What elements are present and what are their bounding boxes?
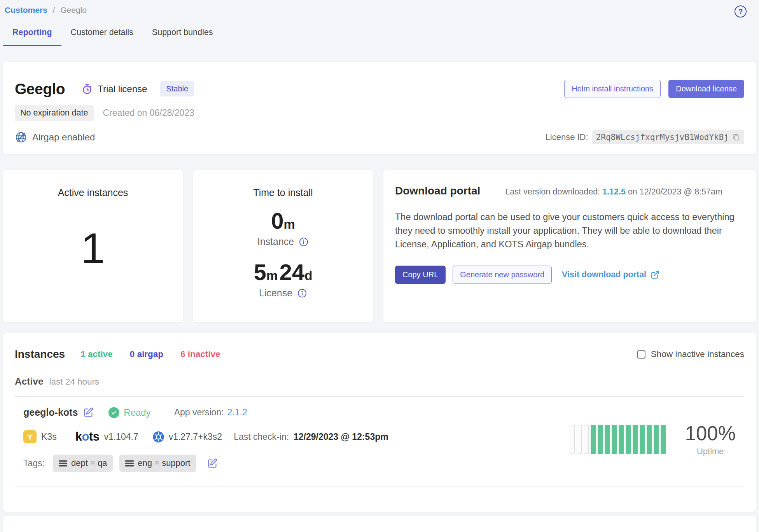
instance-row: geeglo-kots Ready App version: bbox=[15, 397, 744, 472]
uptime-bar-filled bbox=[619, 425, 624, 454]
uptime-bar-empty bbox=[570, 425, 575, 454]
last-version-downloaded: Last version downloaded: 1.12.5 on 12/20… bbox=[505, 187, 722, 197]
help-glyph: ? bbox=[738, 7, 743, 16]
instance-status: Ready bbox=[124, 407, 150, 418]
k3s-icon bbox=[23, 430, 37, 443]
uptime-value: 100% bbox=[685, 422, 736, 445]
download-portal-description: The download portal can be used to give … bbox=[395, 210, 737, 251]
breadcrumb-separator: / bbox=[53, 5, 55, 14]
uptime-bar-empty bbox=[584, 425, 589, 454]
divider bbox=[15, 486, 744, 487]
license-info-icon[interactable] bbox=[297, 288, 307, 298]
instance-info-icon[interactable] bbox=[299, 237, 309, 247]
uptime-bar-filled bbox=[598, 425, 603, 454]
license-time-value2: 24 bbox=[280, 259, 305, 285]
app-version-label: App version: bbox=[174, 407, 224, 418]
expiration-badge: No expiration date bbox=[15, 105, 94, 121]
external-link-icon bbox=[650, 270, 660, 280]
edit-tags-icon[interactable] bbox=[207, 458, 218, 469]
stats-row: Active instances 1 Time to install 0m In… bbox=[3, 170, 756, 322]
breadcrumb: Customers / Geeglo bbox=[5, 5, 87, 15]
uptime-bar-filled bbox=[647, 425, 652, 454]
license-time-value1: 5 bbox=[254, 259, 266, 285]
active-instances-value: 1 bbox=[3, 223, 183, 273]
uptime-bar-filled bbox=[591, 425, 596, 454]
last-checkin-label: Last check-in: bbox=[234, 432, 289, 442]
tag-chip: eng = support bbox=[119, 455, 196, 472]
tab-customer-details[interactable]: Customer details bbox=[61, 28, 143, 46]
edit-instance-name-icon[interactable] bbox=[83, 407, 94, 418]
kubernetes-icon bbox=[152, 431, 164, 443]
last-version-link[interactable]: 1.12.5 bbox=[602, 187, 626, 196]
show-inactive-toggle[interactable]: Show inactive instances bbox=[637, 349, 744, 359]
copy-license-icon[interactable] bbox=[732, 133, 740, 142]
airgap-count[interactable]: 0 airgap bbox=[130, 349, 163, 359]
customer-header-card: Geeglo Trial license Stable Helm install… bbox=[3, 62, 756, 154]
tab-reporting[interactable]: Reporting bbox=[3, 28, 61, 46]
uptime-block: 100% Uptime bbox=[570, 422, 738, 457]
download-portal-title: Download portal bbox=[395, 185, 480, 197]
last-version-prefix: Last version downloaded: bbox=[505, 187, 600, 196]
breadcrumb-customers-link[interactable]: Customers bbox=[5, 5, 47, 14]
active-section-label: Active bbox=[15, 376, 44, 387]
instance-time-label: Instance bbox=[257, 236, 294, 247]
uptime-bar-filled bbox=[626, 425, 631, 454]
license-id-chip: 2Rq8WLcsjfxqrMysjvB1WodYkBj bbox=[592, 130, 744, 144]
show-inactive-checkbox[interactable] bbox=[637, 350, 645, 359]
breadcrumb-current: Geeglo bbox=[60, 5, 87, 14]
uptime-label: Uptime bbox=[685, 446, 736, 457]
tab-support-bundles[interactable]: Support bundles bbox=[143, 28, 222, 46]
tags-label: Tags: bbox=[23, 458, 45, 469]
license-time-label: License bbox=[259, 287, 292, 299]
uptime-bar-filled bbox=[633, 425, 638, 454]
trial-timer-icon bbox=[81, 83, 93, 95]
license-time-unit1: m bbox=[266, 268, 278, 283]
airgap-globe-icon bbox=[15, 131, 27, 144]
download-portal-card: Download portal Last version downloaded:… bbox=[383, 170, 756, 322]
inactive-count[interactable]: 6 inactive bbox=[180, 349, 220, 359]
help-icon[interactable]: ? bbox=[735, 5, 747, 18]
tab-bar: Reporting Customer details Support bundl… bbox=[3, 28, 756, 46]
time-to-install-card: Time to install 0m Instance 5m 24d Licen… bbox=[193, 170, 373, 322]
tag-bars-icon bbox=[59, 460, 67, 467]
tag-bars-icon bbox=[125, 460, 134, 467]
instance-install-time: 0m bbox=[193, 208, 373, 234]
kots-logo: kots bbox=[75, 430, 100, 444]
helm-install-instructions-button[interactable]: Helm install instructions bbox=[564, 80, 661, 98]
uptime-bars bbox=[570, 425, 666, 454]
k8s-version: v1.27.7+k3s2 bbox=[169, 432, 222, 442]
uptime-bar-filled bbox=[654, 425, 659, 454]
license-install-time: 5m 24d bbox=[193, 259, 373, 285]
tag-chip: dept = qa bbox=[53, 455, 113, 472]
uptime-bar-empty bbox=[577, 425, 582, 454]
instance-time-unit: m bbox=[283, 217, 295, 231]
license-id-value: 2Rq8WLcsjfxqrMysjvB1WodYkBj bbox=[596, 133, 729, 142]
instance-time-value: 0 bbox=[271, 208, 283, 233]
app-version-link[interactable]: 2.1.2 bbox=[227, 407, 247, 418]
active-count[interactable]: 1 active bbox=[80, 349, 113, 359]
visit-portal-label: Visit download portal bbox=[562, 270, 646, 280]
page: Customers / Geeglo ? Reporting Customer … bbox=[0, 0, 759, 532]
distribution-label: K3s bbox=[41, 432, 57, 442]
topbar: Customers / Geeglo ? bbox=[3, 0, 756, 18]
show-inactive-label: Show inactive instances bbox=[651, 349, 744, 359]
license-id-label: License ID: bbox=[546, 132, 588, 142]
kots-version: v1.104.7 bbox=[104, 432, 138, 442]
instances-card: Instances 1 active 0 airgap 6 inactive S… bbox=[3, 333, 756, 512]
generate-password-button[interactable]: Generate new password bbox=[453, 266, 552, 284]
last-version-suffix: on 12/20/2023 @ 8:57am bbox=[628, 187, 722, 196]
license-time-unit2: d bbox=[304, 268, 312, 283]
uptime-bar-filled bbox=[640, 425, 645, 454]
time-to-install-title: Time to install bbox=[193, 187, 373, 198]
instance-name: geeglo-kots bbox=[23, 407, 78, 418]
active-section-sublabel: last 24 hours bbox=[49, 377, 100, 387]
copy-url-button[interactable]: Copy URL bbox=[395, 266, 446, 284]
download-license-button[interactable]: Download license bbox=[668, 80, 744, 98]
uptime-bar-filled bbox=[605, 425, 610, 454]
channel-badge: Stable bbox=[160, 81, 194, 96]
visit-download-portal-link[interactable]: Visit download portal bbox=[562, 270, 660, 280]
created-date-label: Created on 06/28/2023 bbox=[103, 108, 194, 118]
last-checkin-value: 12/29/2023 @ 12:53pm bbox=[294, 432, 388, 442]
airgap-label: Airgap enabled bbox=[32, 132, 95, 143]
customer-name: Geeglo bbox=[15, 80, 65, 98]
